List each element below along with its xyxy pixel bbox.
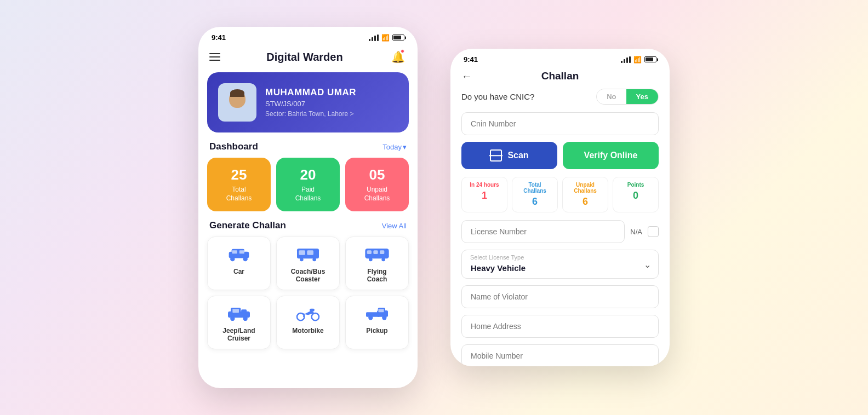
svg-rect-7: [299, 251, 305, 255]
na-checkbox[interactable]: [648, 226, 659, 237]
stat-card-paid: 20 PaidChallans: [276, 158, 340, 211]
na-label: N/A: [630, 228, 642, 236]
challan-item-pickup[interactable]: Pickup: [345, 296, 409, 349]
profile-sector: Sector: Bahria Town, Lahore >: [265, 110, 356, 118]
motorbike-icon: [294, 305, 322, 321]
svg-rect-22: [232, 309, 239, 313]
mini-stat-total: Total Challans 6: [512, 177, 558, 212]
select-license-label: Select License Type: [470, 254, 524, 261]
svg-rect-14: [380, 251, 384, 255]
stat-number-paid: 20: [300, 166, 316, 183]
sector-link[interactable]: Bahria Town, Lahore >: [288, 110, 353, 118]
svg-rect-27: [366, 313, 380, 317]
flying-coach-icon: [363, 246, 391, 262]
challan-grid: Car Coach/BusCoaster: [198, 237, 418, 349]
avatar: [218, 83, 256, 122]
svg-point-9: [300, 258, 304, 262]
bus-icon: [294, 246, 322, 262]
jeep-icon: [225, 305, 253, 321]
mini-stat-unpaid-value: 6: [568, 196, 602, 208]
license-row: N/A: [461, 220, 659, 243]
signal-icon: [369, 34, 379, 41]
toggle-yes[interactable]: Yes: [626, 89, 658, 104]
stat-card-unpaid: 05 UnpaidChallans: [345, 158, 409, 211]
mini-stats-row: In 24 hours 1 Total Challans 6 Unpaid Ch…: [461, 177, 659, 212]
home-address-input[interactable]: [461, 315, 659, 338]
status-bar-1: 9:41 📶: [198, 27, 418, 44]
status-icons-2: 📶: [621, 56, 656, 64]
pickup-icon: [363, 305, 391, 321]
mini-stat-unpaid: Unpaid Challans 6: [562, 177, 608, 212]
wifi-icon: 📶: [381, 34, 390, 42]
scan-button[interactable]: Scan: [461, 142, 557, 169]
cnic-input[interactable]: [461, 112, 659, 135]
time-1: 9:41: [212, 33, 226, 42]
menu-icon[interactable]: [209, 53, 220, 61]
mini-stat-24h: In 24 hours 1: [461, 177, 507, 212]
stat-card-total: 25 TotalChallans: [207, 158, 271, 211]
notification-dot: [401, 49, 404, 53]
mobile-number-input[interactable]: [461, 344, 659, 366]
chevron-down-icon: ▾: [403, 143, 407, 151]
toggle-no[interactable]: No: [597, 89, 626, 104]
chevron-down-icon-select: ⌄: [644, 259, 651, 269]
mini-stat-unpaid-label: Unpaid Challans: [568, 182, 602, 194]
scan-frame-icon: [490, 149, 502, 162]
svg-point-2: [230, 257, 235, 261]
svg-rect-19: [241, 310, 247, 314]
challan-item-car[interactable]: Car: [207, 237, 271, 290]
profile-info: MUHAMMAD UMAR STW/JS/007 Sector: Bahria …: [265, 87, 356, 118]
back-button[interactable]: ←: [461, 70, 472, 83]
challan-item-flying-coach[interactable]: FlyingCoach: [345, 237, 409, 290]
phone-2: 9:41 📶 ← Challan Do: [450, 49, 670, 366]
action-buttons: Scan Verify Online: [461, 142, 659, 169]
status-bar-2: 9:41 📶: [450, 49, 670, 66]
svg-rect-13: [373, 251, 378, 255]
pickup-label: Pickup: [366, 327, 387, 335]
phone-1: 9:41 📶 Digital Warden 🔔: [198, 27, 418, 388]
mini-stat-total-label: Total Challans: [518, 182, 552, 194]
svg-point-20: [230, 316, 235, 321]
svg-point-29: [368, 315, 373, 320]
motorbike-label: Motorbike: [292, 327, 323, 335]
svg-point-30: [382, 315, 386, 320]
stat-label-total: TotalChallans: [226, 186, 252, 203]
license-type-select-wrap: Select License Type Heavy Vehicle ⌄: [461, 250, 659, 279]
status-icons-1: 📶: [369, 34, 404, 42]
notification-button[interactable]: 🔔: [389, 48, 407, 66]
svg-point-16: [381, 258, 385, 262]
generate-challan-title: Generate Challan: [209, 220, 286, 231]
stats-row: 25 TotalChallans 20 PaidChallans 05 Unpa…: [198, 158, 418, 211]
profile-card: MUHAMMAD UMAR STW/JS/007 Sector: Bahria …: [207, 72, 409, 132]
license-input[interactable]: [461, 220, 625, 243]
cnic-toggle[interactable]: No Yes: [596, 89, 659, 105]
svg-rect-5: [239, 251, 244, 254]
time-2: 9:41: [464, 55, 478, 64]
svg-point-10: [312, 258, 316, 262]
jeep-label: Jeep/LandCruiser: [222, 327, 255, 342]
profile-id: STW/JS/007: [265, 100, 356, 108]
today-filter[interactable]: Today ▾: [382, 143, 407, 151]
verify-button[interactable]: Verify Online: [563, 142, 659, 169]
svg-point-24: [312, 313, 319, 320]
bus-label: Coach/BusCoaster: [291, 268, 326, 283]
battery-icon-2: [644, 56, 656, 62]
challan-header: ← Challan: [450, 66, 670, 89]
challan-item-bus[interactable]: Coach/BusCoaster: [276, 237, 340, 290]
app-header: Digital Warden 🔔: [198, 44, 418, 72]
generate-challan-header: Generate Challan View All: [198, 211, 418, 237]
challan-body: Do you have CNIC? No Yes Scan Verify Onl…: [450, 89, 670, 366]
signal-icon-2: [621, 56, 631, 63]
challan-title: Challan: [541, 70, 579, 82]
car-label: Car: [233, 268, 244, 275]
app-title: Digital Warden: [266, 51, 342, 64]
dashboard-header: Dashboard Today ▾: [198, 132, 418, 158]
cnic-row: Do you have CNIC? No Yes: [461, 89, 659, 105]
cnic-question: Do you have CNIC?: [461, 92, 534, 101]
stat-label-paid: PaidChallans: [295, 186, 321, 203]
violator-name-input[interactable]: [461, 285, 659, 308]
svg-point-3: [243, 257, 248, 261]
challan-item-jeep[interactable]: Jeep/LandCruiser: [207, 296, 271, 349]
view-all-link[interactable]: View All: [382, 222, 407, 230]
challan-item-motorbike[interactable]: Motorbike: [276, 296, 340, 349]
